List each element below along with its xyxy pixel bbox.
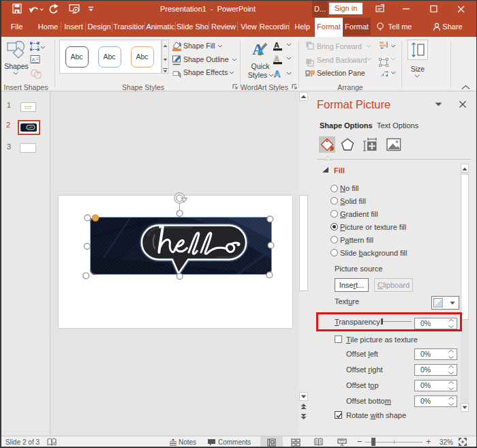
svg-text:A: A	[274, 55, 279, 63]
svg-text:A: A	[274, 41, 279, 49]
svg-text:A: A	[32, 57, 35, 63]
svg-text:A: A	[274, 69, 281, 79]
